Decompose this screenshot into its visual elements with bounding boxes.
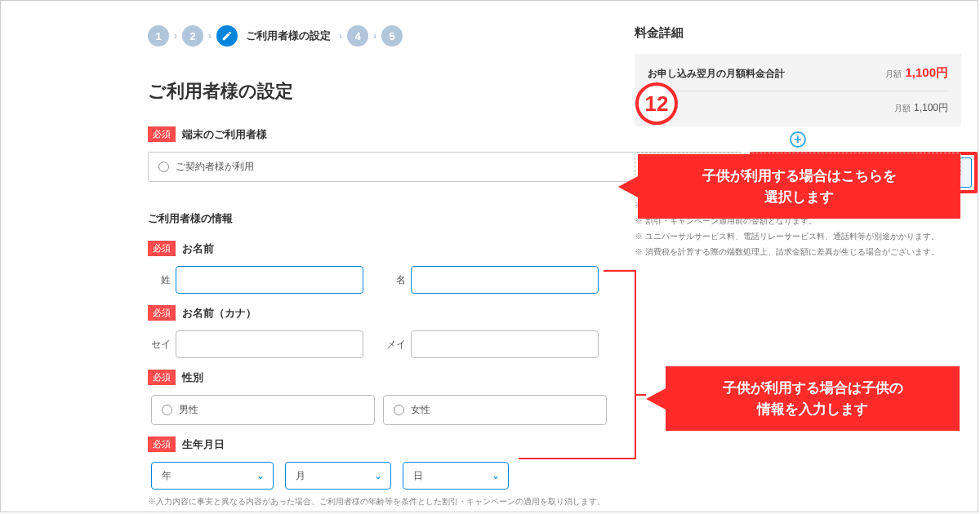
required-badge: 必須 (148, 241, 176, 256)
chevron-down-icon: ⌄ (492, 470, 500, 481)
pencil-icon (221, 30, 233, 42)
chevron-right-icon: › (208, 30, 212, 42)
radio-icon (394, 405, 404, 415)
radio-label: 男性 (179, 403, 198, 417)
price-line-row: 料金 月額1,100円 (648, 91, 948, 115)
required-badge: 必須 (148, 305, 176, 321)
sei-kana-input[interactable] (176, 330, 363, 358)
price-box: お申し込み翌月の月額料金合計 月額1,100円 料金 月額1,100円 (635, 54, 961, 126)
step-3-label: ご利用者様の設定 (246, 29, 331, 43)
price-title: 料金詳細 (635, 25, 961, 41)
mei-input[interactable] (411, 266, 599, 294)
arrow-left-icon (646, 388, 667, 410)
dob-day-select[interactable]: 日 ⌄ (403, 462, 509, 490)
required-badge: 必須 (148, 436, 176, 452)
annotation-step-number: 12 (635, 82, 678, 125)
mei-kana-input[interactable] (411, 330, 599, 358)
dob-label: 必須 生年月日 (148, 436, 978, 452)
dob-year-select[interactable]: 年 ⌄ (151, 462, 274, 490)
chevron-down-icon: ⌄ (256, 470, 265, 481)
radio-label: ご契約者様が利用 (176, 160, 254, 174)
caveat-item: ※ 消費税を計算する際の端数処理上、請求金額に差異が生じる場合がございます。 (635, 244, 961, 259)
sei-label: 姓 (148, 273, 171, 287)
step-1[interactable]: 1 (148, 25, 169, 47)
mei-kana-label: メイ (383, 338, 406, 352)
chevron-down-icon: ⌄ (374, 470, 382, 481)
radio-female[interactable]: 女性 (383, 395, 607, 425)
connector-line (519, 458, 636, 459)
dob-note: ※入力内容に事実と異なる内容があった場合、ご利用者様の年齢等を条件とした割引・キ… (148, 496, 978, 507)
annotation-callout-2: 子供が利用する場合は子供の 情報を入力します (666, 366, 960, 431)
sei-kana-label: セイ (148, 338, 171, 352)
step-5[interactable]: 5 (381, 25, 403, 47)
connector-line (604, 270, 636, 272)
price-panel: 料金詳細 お申し込み翌月の月額料金合計 月額1,100円 料金 月額1,100円… (635, 25, 961, 259)
required-badge: 必須 (148, 370, 176, 385)
arrow-left-icon (618, 175, 639, 198)
name-kana-label: 必須 お名前（カナ） (148, 305, 978, 321)
required-badge: 必須 (148, 126, 176, 142)
radio-male[interactable]: 男性 (151, 395, 375, 425)
radio-icon (158, 162, 169, 172)
price-total-row: お申し込み翌月の月額料金合計 月額1,100円 (648, 65, 948, 91)
caveat-item: ※ ユニバーサルサービス料、電話リレーサービス料、通話料等が別途かかります。 (635, 228, 961, 244)
connector-line (635, 394, 646, 396)
step-3-active (216, 25, 238, 47)
mei-label: 名 (383, 273, 406, 287)
plus-icon[interactable]: + (635, 131, 961, 148)
sei-input[interactable] (176, 266, 363, 294)
chevron-right-icon: › (339, 30, 342, 42)
radio-label: 女性 (411, 403, 430, 417)
chevron-right-icon: › (373, 30, 376, 42)
annotation-callout-1: 子供が利用する場合はこちらを 選択します (638, 154, 960, 219)
step-4[interactable]: 4 (347, 25, 368, 47)
step-2[interactable]: 2 (182, 25, 203, 47)
radio-icon (162, 405, 172, 415)
connector-line (635, 270, 636, 458)
dob-month-select[interactable]: 月 ⌄ (285, 462, 391, 490)
chevron-right-icon: › (174, 30, 177, 42)
